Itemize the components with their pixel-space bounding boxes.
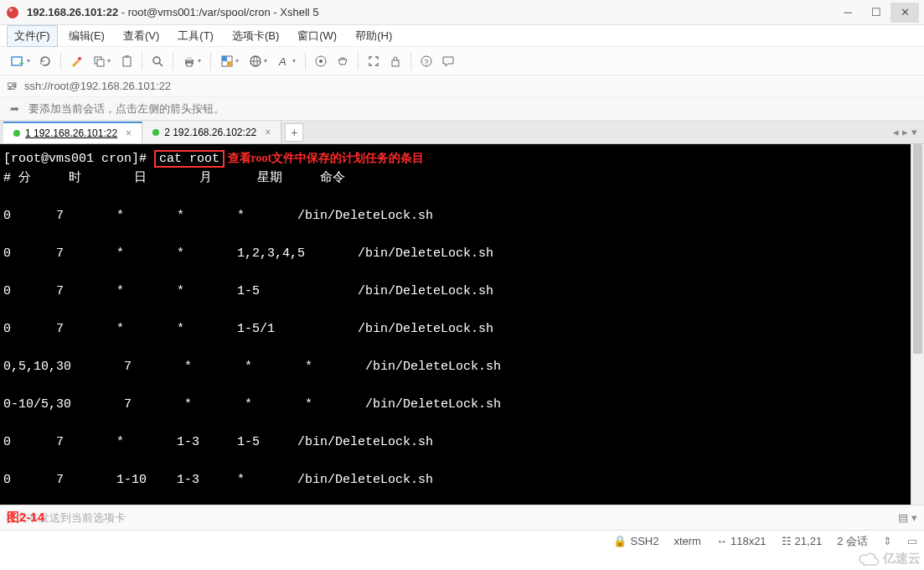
lock-small-icon: 🔒 — [613, 535, 627, 547]
figure-label: 图2-14 — [7, 510, 44, 526]
menu-help[interactable]: 帮助(H) — [348, 25, 400, 47]
help-icon[interactable]: ? — [416, 51, 436, 71]
menu-view[interactable]: 查看(V) — [116, 25, 167, 47]
status-bar: 🔒SSH2 xterm ↔118x21 ☷21,21 2 会话 ⇕ ▭ — [0, 530, 924, 552]
tab-menu-icon[interactable]: ▾ — [911, 126, 917, 138]
color-scheme-icon[interactable] — [216, 51, 243, 71]
terminal[interactable]: [root@vms001 cron]# cat root 查看root文件中保存… — [0, 144, 911, 505]
toolbar: + A ? — [0, 47, 924, 75]
status-caps-icon: ▭ — [907, 535, 917, 547]
tab-add-button[interactable]: + — [285, 123, 303, 142]
svg-rect-8 — [125, 55, 129, 58]
status-updown-icon[interactable]: ⇕ — [883, 535, 892, 547]
new-session-icon[interactable]: + — [7, 51, 34, 71]
svg-rect-6 — [97, 60, 104, 66]
reconnect-icon[interactable] — [35, 51, 55, 71]
svg-rect-21 — [392, 60, 399, 66]
svg-point-4 — [78, 57, 81, 60]
xftp-icon[interactable] — [333, 51, 353, 71]
tab-close-icon[interactable]: × — [126, 127, 132, 139]
hint-arrow-icon[interactable]: ➦ — [7, 101, 22, 117]
hint-bar: ➦ 要添加当前会话，点击左侧的箭头按钮。 — [0, 97, 924, 121]
scrollbar[interactable] — [911, 144, 924, 505]
feedback-icon[interactable] — [438, 51, 458, 71]
terminal-area: [root@vms001 cron]# cat root 查看root文件中保存… — [0, 144, 924, 505]
address-url[interactable]: ssh://root@192.168.26.101:22 — [24, 80, 171, 92]
lock-icon[interactable] — [385, 51, 405, 71]
svg-line-10 — [159, 63, 163, 66]
address-bar: 🖳 ssh://root@192.168.26.101:22 — [0, 75, 924, 97]
tab-bar: 1 192.168.26.101:22 × 2 192.168.26.102:2… — [0, 121, 924, 144]
minimize-button[interactable]: ─ — [834, 3, 862, 23]
svg-rect-12 — [187, 57, 192, 60]
svg-text:A: A — [278, 55, 286, 68]
tab-nav: ◂ ▸ ▾ — [893, 126, 921, 138]
status-dot-icon — [152, 129, 159, 136]
tab-close-icon[interactable]: × — [265, 127, 271, 138]
watermark: 亿速云 — [858, 551, 921, 567]
status-dot-icon — [13, 130, 20, 137]
svg-rect-15 — [222, 56, 227, 61]
compose-dropdown-icon[interactable]: ▾ — [911, 511, 917, 524]
fullscreen-icon[interactable] — [364, 51, 384, 71]
menu-file[interactable]: 文件(F) — [7, 25, 58, 47]
paste-icon[interactable] — [116, 51, 137, 71]
close-button[interactable]: ✕ — [890, 3, 919, 23]
window-title: 192.168.26.101:22 - root@vms001:/var/spo… — [27, 6, 319, 18]
encoding-icon[interactable] — [245, 51, 271, 71]
font-icon[interactable]: A — [273, 51, 300, 71]
window-title-host: 192.168.26.101:22 — [27, 6, 118, 18]
properties-icon[interactable] — [66, 51, 86, 71]
tab-2-label: 2 192.168.26.102:22 — [164, 127, 256, 138]
title-bar: 192.168.26.101:22 - root@vms001:/var/spo… — [0, 0, 924, 25]
svg-point-20 — [319, 60, 323, 63]
tab-prev-icon[interactable]: ◂ — [893, 126, 899, 138]
menu-edit[interactable]: 编辑(E) — [61, 25, 112, 47]
scroll-thumb[interactable] — [913, 144, 922, 354]
svg-point-0 — [7, 7, 18, 18]
copy-icon[interactable] — [88, 51, 115, 71]
window-controls: ─ ☐ ✕ — [834, 3, 919, 23]
tab-next-icon[interactable]: ▸ — [902, 126, 908, 138]
svg-point-9 — [153, 57, 160, 64]
link-icon: 🖳 — [7, 80, 18, 92]
svg-rect-16 — [227, 61, 232, 66]
session-tab-2[interactable]: 2 192.168.26.102:22 × — [142, 122, 281, 143]
compose-bar: 图2-14 将文本发送到当前选项卡 ▤ ▾ — [0, 505, 924, 530]
xagent-icon[interactable] — [311, 51, 331, 71]
svg-rect-7 — [123, 57, 131, 66]
menu-tools[interactable]: 工具(T) — [170, 25, 221, 47]
print-icon[interactable] — [178, 51, 205, 71]
session-tab-1[interactable]: 1 192.168.26.101:22 × — [3, 122, 142, 143]
compose-menu-icon[interactable]: ▤ — [898, 511, 908, 524]
menu-tabs[interactable]: 选项卡(B) — [225, 25, 286, 47]
svg-point-1 — [9, 8, 13, 12]
status-size: ↔118x21 — [716, 535, 767, 547]
svg-text:+: + — [19, 59, 24, 68]
window-title-rest: - root@vms001:/var/spool/cron - Xshell 5 — [118, 6, 318, 18]
maximize-button[interactable]: ☐ — [862, 3, 890, 23]
status-sessions: 2 会话 — [837, 534, 868, 549]
status-proto: 🔒SSH2 — [613, 535, 658, 547]
status-term: xterm — [674, 535, 701, 547]
hint-text: 要添加当前会话，点击左侧的箭头按钮。 — [28, 101, 225, 117]
status-pos: ☷21,21 — [782, 535, 823, 547]
tab-1-label: 1 192.168.26.101:22 — [25, 127, 117, 139]
search-icon[interactable] — [147, 51, 168, 71]
menu-bar: 文件(F) 编辑(E) 查看(V) 工具(T) 选项卡(B) 窗口(W) 帮助(… — [0, 25, 924, 47]
svg-rect-13 — [187, 63, 192, 66]
svg-text:?: ? — [425, 58, 429, 66]
menu-window[interactable]: 窗口(W) — [290, 25, 344, 47]
app-icon — [5, 5, 20, 20]
